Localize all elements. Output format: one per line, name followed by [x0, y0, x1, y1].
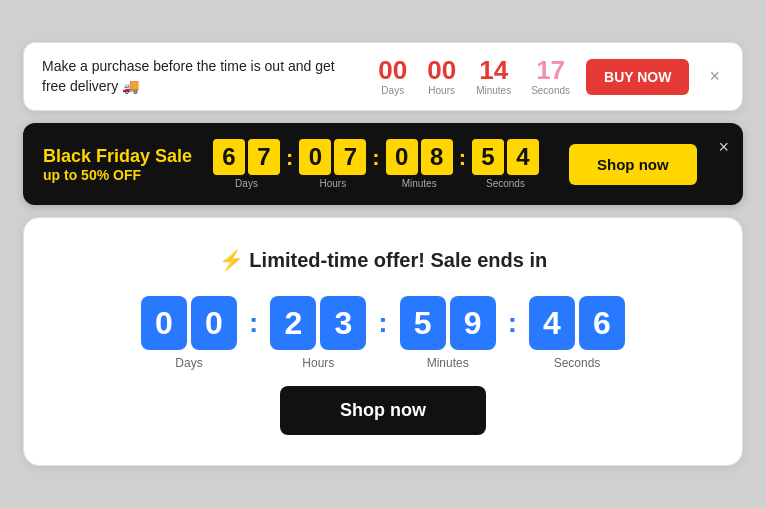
banner1-days-value: 00 [378, 57, 407, 83]
blue-days-unit: 0 0 Days [141, 296, 237, 370]
bf-hours-label: Hours [319, 178, 346, 189]
blue-hours-digits: 2 3 [270, 296, 366, 350]
bf-minutes-d2: 8 [421, 139, 453, 175]
banner1-hours-value: 00 [427, 57, 456, 83]
banner1-seconds-unit: 17 Seconds [531, 57, 570, 96]
blue-days-d2: 0 [191, 296, 237, 350]
bf-days-digits: 6 7 [213, 139, 280, 175]
blue-hours-unit: 2 3 Hours [270, 296, 366, 370]
banner3-shop-button[interactable]: Shop now [280, 386, 486, 435]
banner1-minutes-value: 14 [479, 57, 508, 83]
banner-1-container: Make a purchase before the time is out a… [23, 42, 743, 111]
blue-sep-3: : [508, 307, 517, 339]
bf-minutes-unit: 0 8 Minutes [386, 139, 453, 189]
blue-seconds-digits: 4 6 [529, 296, 625, 350]
bf-seconds-d2: 4 [507, 139, 539, 175]
blue-hours-d2: 3 [320, 296, 366, 350]
blue-seconds-d2: 6 [579, 296, 625, 350]
bf-sep-3: : [459, 145, 466, 171]
bf-days-d2: 7 [248, 139, 280, 175]
bf-days-d1: 6 [213, 139, 245, 175]
banner2-subtitle: up to 50% OFF [43, 167, 193, 183]
blue-minutes-digits: 5 9 [400, 296, 496, 350]
banner2-close-button[interactable]: × [718, 137, 729, 158]
bf-seconds-digits: 5 4 [472, 139, 539, 175]
buy-now-button[interactable]: BUY NOW [586, 59, 689, 95]
bf-minutes-d1: 0 [386, 139, 418, 175]
banner1-hours-label: Hours [428, 85, 455, 96]
blue-days-digits: 0 0 [141, 296, 237, 350]
blue-minutes-unit: 5 9 Minutes [400, 296, 496, 370]
banner1-days-label: Days [381, 85, 404, 96]
banner-1-countdown: 00 Days 00 Hours 14 Minutes 17 Seconds [378, 57, 570, 96]
banner1-minutes-unit: 14 Minutes [476, 57, 511, 96]
banner1-close-button[interactable]: × [705, 62, 724, 91]
bf-hours-d1: 0 [299, 139, 331, 175]
blue-sep-1: : [249, 307, 258, 339]
banner-2-container: Black Friday Sale up to 50% OFF 6 7 Days… [23, 123, 743, 205]
banner2-title-block: Black Friday Sale up to 50% OFF [43, 146, 193, 183]
blue-hours-d1: 2 [270, 296, 316, 350]
blue-seconds-unit: 4 6 Seconds [529, 296, 625, 370]
bf-sep-2: : [372, 145, 379, 171]
blue-minutes-d2: 9 [450, 296, 496, 350]
blue-minutes-label: Minutes [427, 356, 469, 370]
bf-hours-d2: 7 [334, 139, 366, 175]
banner3-countdown: 0 0 Days : 2 3 Hours : 5 9 Minutes : 4 6 [141, 296, 625, 370]
blue-seconds-label: Seconds [554, 356, 601, 370]
bf-seconds-d1: 5 [472, 139, 504, 175]
blue-days-d1: 0 [141, 296, 187, 350]
blue-minutes-d1: 5 [400, 296, 446, 350]
blue-hours-label: Hours [302, 356, 334, 370]
blue-sep-2: : [378, 307, 387, 339]
banner2-countdown: 6 7 Days : 0 7 Hours : 0 8 Minutes : 5 4 [213, 139, 539, 189]
banner-3-container: ⚡ Limited-time offer! Sale ends in 0 0 D… [23, 217, 743, 466]
bf-seconds-unit: 5 4 Seconds [472, 139, 539, 189]
banner1-seconds-label: Seconds [531, 85, 570, 96]
banner2-shop-button[interactable]: Shop now [569, 144, 697, 185]
banner3-title: ⚡ Limited-time offer! Sale ends in [219, 248, 547, 272]
banner1-minutes-label: Minutes [476, 85, 511, 96]
banner-1-message: Make a purchase before the time is out a… [42, 57, 362, 96]
bf-hours-unit: 0 7 Hours [299, 139, 366, 189]
banner1-seconds-value: 17 [536, 57, 565, 83]
bf-days-label: Days [235, 178, 258, 189]
bf-minutes-label: Minutes [402, 178, 437, 189]
bf-hours-digits: 0 7 [299, 139, 366, 175]
bf-days-unit: 6 7 Days [213, 139, 280, 189]
banner1-days-unit: 00 Days [378, 57, 407, 96]
bf-minutes-digits: 0 8 [386, 139, 453, 175]
banner2-main-title: Black Friday Sale [43, 146, 193, 167]
bf-sep-1: : [286, 145, 293, 171]
blue-days-label: Days [175, 356, 202, 370]
bf-seconds-label: Seconds [486, 178, 525, 189]
blue-seconds-d1: 4 [529, 296, 575, 350]
banner1-hours-unit: 00 Hours [427, 57, 456, 96]
